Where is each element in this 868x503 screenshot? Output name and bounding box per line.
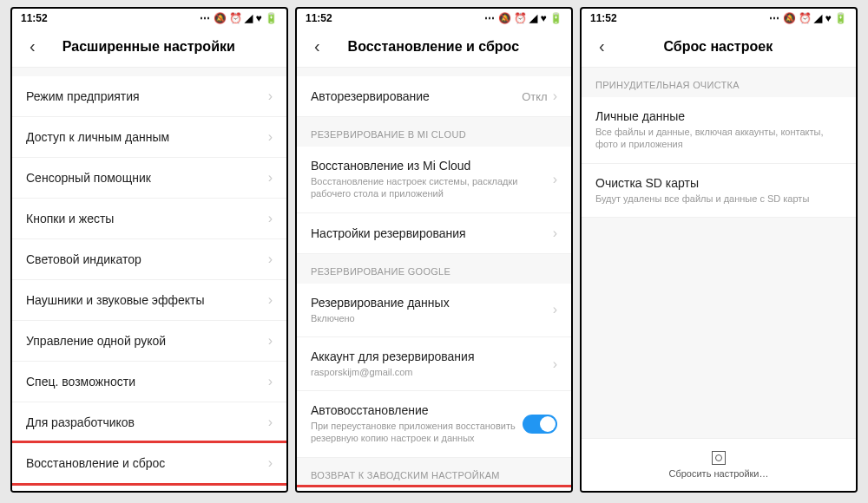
reset-icon	[712, 451, 726, 465]
row-title: Личные данные	[595, 109, 842, 123]
settings-row[interactable]: Доступ к личным данным›	[12, 117, 286, 158]
page-title: Расширенные настройки	[41, 39, 257, 55]
row-value: Откл	[522, 90, 548, 103]
chevron-right-icon: ›	[268, 292, 273, 308]
row-title: Управление одной рукой	[26, 334, 268, 348]
page-title: Восстановление и сброс	[326, 39, 542, 55]
settings-row[interactable]: Восстановление и сброс›	[12, 441, 286, 486]
row-title: Восстановление и сброс	[26, 456, 268, 470]
status-bar: 11:52 ⋯ 🔕 ⏰ ◢ ♥ 🔋	[12, 9, 286, 28]
back-button[interactable]: ‹	[594, 36, 610, 56]
status-icons: ⋯ 🔕 ⏰ ◢ ♥ 🔋	[484, 12, 562, 24]
section-header-google: РЕЗЕРВИРОВАНИЕ GOOGLE	[297, 254, 571, 284]
chevron-right-icon: ›	[268, 374, 273, 389]
row-auto-backup[interactable]: Авторезервирование Откл ›	[297, 76, 571, 117]
row-title: Спец. возможности	[26, 375, 268, 389]
settings-list[interactable]: Авторезервирование Откл › РЕЗЕРВИРОВАНИЕ…	[297, 68, 571, 491]
settings-row[interactable]: Кнопки и жесты›	[12, 199, 286, 239]
row-subtitle: Будут удалены все файлы и данные с SD ка…	[595, 193, 842, 205]
row-title: Сенсорный помощник	[26, 171, 268, 185]
section-header-factory: ВОЗВРАТ К ЗАВОДСКИМ НАСТРОЙКАМ	[297, 458, 571, 487]
row-backup-account[interactable]: Аккаунт для резервирования rasporskijm@g…	[297, 337, 571, 391]
row-auto-restore[interactable]: Автовосстановление При переустановке при…	[297, 391, 571, 458]
chevron-right-icon: ›	[553, 88, 557, 104]
status-icons: ⋯ 🔕 ⏰ ◢ ♥ 🔋	[769, 12, 847, 24]
chevron-right-icon: ›	[268, 88, 273, 104]
row-title: Автовосстановление	[311, 403, 523, 417]
section-header-force: ПРИНУДИТЕЛЬНАЯ ОЧИСТКА	[582, 68, 856, 97]
chevron-right-icon: ›	[553, 356, 557, 372]
chevron-right-icon: ›	[268, 170, 273, 186]
chevron-right-icon: ›	[268, 415, 273, 430]
row-title: Резервирование данных	[311, 296, 553, 310]
row-title: Режим предприятия	[26, 89, 268, 103]
row-title: Для разработчиков	[26, 415, 268, 429]
row-subtitle: При переустановке приложения восстановит…	[311, 420, 523, 445]
row-subtitle: Все файлы и данные, включая аккаунты, ко…	[595, 126, 842, 151]
settings-row[interactable]: Для разработчиков›	[12, 402, 286, 443]
settings-row[interactable]: Световой индикатор›	[12, 239, 286, 280]
chevron-right-icon: ›	[553, 302, 557, 317]
chevron-right-icon: ›	[553, 225, 557, 241]
row-data-backup[interactable]: Резервирование данных Включено ›	[297, 284, 571, 337]
row-subtitle: Восстановление настроек системы, расклад…	[311, 175, 553, 200]
row-subtitle: rasporskijm@gmail.com	[311, 366, 553, 378]
phone-screen-3: 11:52 ⋯ 🔕 ⏰ ◢ ♥ 🔋 ‹ Сброс настроек ПРИНУ…	[580, 7, 858, 493]
header: ‹ Сброс настроек	[582, 28, 856, 68]
phone-screen-1: 11:52 ⋯ 🔕 ⏰ ◢ ♥ 🔋 ‹ Расширенные настройк…	[10, 7, 288, 493]
row-backup-settings[interactable]: Настройки резервирования ›	[297, 213, 571, 254]
row-sd-card[interactable]: Очистка SD карты Будут удалены все файлы…	[582, 164, 856, 218]
toggle-on-icon[interactable]	[523, 415, 557, 434]
row-title: Кнопки и жесты	[26, 212, 268, 225]
status-time: 11:52	[21, 12, 48, 24]
chevron-right-icon: ›	[268, 455, 273, 471]
row-title: Аккаунт для резервирования	[311, 349, 553, 363]
status-time: 11:52	[590, 12, 617, 24]
row-personal-data[interactable]: Личные данные Все файлы и данные, включа…	[582, 97, 856, 164]
settings-row[interactable]: Режим предприятия›	[12, 76, 286, 117]
header: ‹ Восстановление и сброс	[297, 28, 571, 68]
section-header-micloud: РЕЗЕРВИРОВАНИЕ В MI CLOUD	[297, 117, 571, 147]
row-restore-micloud[interactable]: Восстановление из Mi Cloud Восстановлени…	[297, 147, 571, 213]
chevron-right-icon: ›	[553, 172, 557, 187]
back-button[interactable]: ‹	[309, 36, 326, 56]
row-title: Авторезервирование	[311, 89, 522, 103]
settings-list[interactable]: ПРИНУДИТЕЛЬНАЯ ОЧИСТКА Личные данные Все…	[582, 68, 856, 491]
button-label: Сбросить настройки…	[668, 468, 768, 479]
row-title: Очистка SD карты	[595, 176, 842, 190]
chevron-right-icon: ›	[268, 252, 273, 267]
status-bar: 11:52 ⋯ 🔕 ⏰ ◢ ♥ 🔋	[297, 9, 571, 28]
row-title: Световой индикатор	[26, 252, 268, 266]
back-button[interactable]: ‹	[24, 36, 41, 56]
row-title: Восстановление из Mi Cloud	[311, 159, 553, 173]
status-time: 11:52	[306, 12, 332, 24]
row-title: Настройки резервирования	[311, 226, 553, 240]
reset-settings-button[interactable]: Сбросить настройки…	[582, 438, 856, 491]
row-title: Доступ к личным данным	[26, 130, 268, 144]
row-title: Наушники и звуковые эффекты	[26, 293, 268, 307]
phone-screen-2: 11:52 ⋯ 🔕 ⏰ ◢ ♥ 🔋 ‹ Восстановление и сбр…	[295, 7, 573, 493]
chevron-right-icon: ›	[268, 211, 273, 226]
settings-list[interactable]: Режим предприятия›Доступ к личным данным…	[12, 68, 286, 491]
row-factory-reset[interactable]: Сброс настроек Удаляет все данные на тел…	[297, 485, 571, 491]
chevron-right-icon: ›	[268, 333, 273, 349]
header: ‹ Расширенные настройки	[12, 28, 286, 68]
settings-row[interactable]: Управление одной рукой›	[12, 321, 286, 362]
settings-row[interactable]: Спец. возможности›	[12, 362, 286, 402]
page-title: Сброс настроек	[610, 39, 826, 55]
chevron-right-icon: ›	[268, 129, 273, 145]
row-subtitle: Включено	[311, 312, 553, 324]
settings-row[interactable]: Сенсорный помощник›	[12, 158, 286, 199]
status-bar: 11:52 ⋯ 🔕 ⏰ ◢ ♥ 🔋	[582, 9, 856, 28]
settings-row[interactable]: Наушники и звуковые эффекты›	[12, 280, 286, 321]
status-icons: ⋯ 🔕 ⏰ ◢ ♥ 🔋	[200, 12, 278, 24]
